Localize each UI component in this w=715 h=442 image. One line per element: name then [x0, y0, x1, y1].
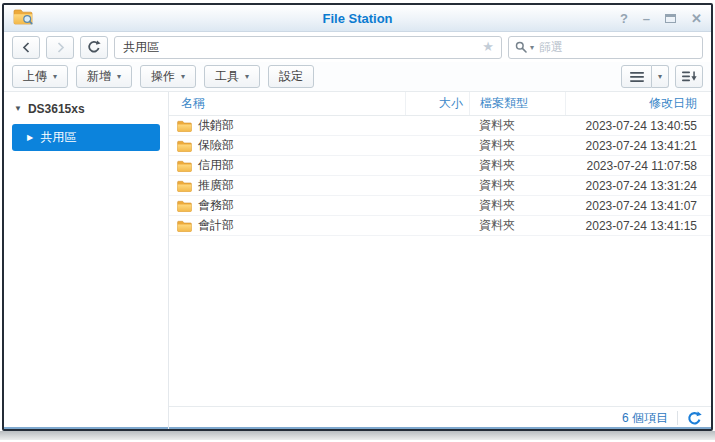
tree-expand-icon[interactable]: ▶ — [27, 134, 33, 142]
sidebar: ▼ DS3615xs ▶ 共用區 — [4, 92, 169, 429]
filter-search-input[interactable] — [537, 39, 696, 55]
content-area: ▼ DS3615xs ▶ 共用區 名稱 大小 檔案類型 修改日期 供銷部 — [4, 92, 711, 429]
caret-down-icon: ▾ — [658, 72, 662, 81]
maximize-icon[interactable] — [665, 12, 676, 25]
item-count: 6 個項目 — [622, 410, 668, 427]
file-modified: 2023-07-24 13:41:07 — [565, 196, 711, 215]
caret-down-icon: ▾ — [117, 72, 121, 81]
file-name: 保險部 — [198, 137, 234, 154]
view-mode-caret-button[interactable]: ▾ — [652, 65, 669, 88]
sort-icon — [682, 71, 697, 82]
file-modified: 2023-07-24 13:40:55 — [565, 116, 711, 135]
file-size — [405, 196, 469, 215]
search-icon — [515, 41, 527, 53]
sidebar-item-label: 共用區 — [40, 129, 76, 146]
back-button[interactable] — [12, 36, 40, 59]
file-station-app-icon — [13, 8, 33, 29]
column-header-modified[interactable]: 修改日期 — [565, 92, 711, 115]
sidebar-root-label: DS3615xs — [28, 102, 85, 116]
minimize-icon[interactable]: – — [643, 12, 650, 25]
upload-button[interactable]: 上傳 ▾ — [12, 65, 68, 88]
file-modified: 2023-07-24 11:07:58 — [565, 156, 711, 175]
column-header-name[interactable]: 名稱 — [169, 92, 405, 115]
refresh-icon — [687, 411, 702, 426]
divider — [677, 411, 678, 425]
tree-collapse-icon[interactable]: ▼ — [14, 105, 22, 113]
view-controls: ▾ — [621, 65, 703, 88]
path-input[interactable] — [114, 36, 502, 59]
refresh-list-button[interactable] — [687, 411, 702, 426]
file-type: 資料夾 — [469, 116, 565, 135]
file-size — [405, 216, 469, 235]
table-row[interactable]: 推廣部 資料夾 2023-07-24 13:31:24 — [169, 176, 711, 196]
sort-button[interactable] — [675, 65, 703, 88]
window-title: File Station — [4, 11, 711, 26]
refresh-icon — [87, 40, 101, 54]
chevron-left-icon — [22, 42, 31, 53]
path-field-wrap: ★ — [114, 36, 502, 59]
sidebar-root-ds3615xs[interactable]: ▼ DS3615xs — [4, 98, 168, 120]
table-row[interactable]: 會務部 資料夾 2023-07-24 13:41:07 — [169, 196, 711, 216]
file-type: 資料夾 — [469, 196, 565, 215]
folder-icon — [177, 180, 192, 192]
folder-icon — [177, 140, 192, 152]
file-size — [405, 176, 469, 195]
caret-down-icon: ▾ — [53, 72, 57, 81]
chevron-right-icon — [56, 42, 65, 53]
table-row[interactable]: 會計部 資料夾 2023-07-24 13:41:15 — [169, 216, 711, 236]
table-header: 名稱 大小 檔案類型 修改日期 — [169, 92, 711, 116]
settings-button[interactable]: 設定 — [268, 65, 314, 88]
file-type: 資料夾 — [469, 176, 565, 195]
status-bar: 6 個項目 — [169, 406, 711, 429]
window-controls: ? – ✕ — [620, 12, 702, 25]
file-list-panel: 名稱 大小 檔案類型 修改日期 供銷部 資料夾 2023-07-24 13:40… — [169, 92, 711, 429]
sidebar-item-shared-folder[interactable]: ▶ 共用區 — [12, 124, 160, 151]
folder-icon — [177, 120, 192, 132]
column-header-size[interactable]: 大小 — [405, 92, 469, 115]
help-icon[interactable]: ? — [620, 12, 628, 25]
table-row[interactable]: 保險部 資料夾 2023-07-24 13:41:21 — [169, 136, 711, 156]
file-name: 推廣部 — [198, 177, 234, 194]
search-options-caret-icon[interactable]: ▾ — [530, 43, 534, 52]
toolbar: 上傳 ▾ 新增 ▾ 操作 ▾ 工具 ▾ 設定 ▾ — [4, 62, 711, 92]
file-modified: 2023-07-24 13:41:15 — [565, 216, 711, 235]
file-modified: 2023-07-24 13:41:21 — [565, 136, 711, 155]
file-type: 資料夾 — [469, 136, 565, 155]
window-drop-shadow — [0, 431, 715, 440]
caret-down-icon: ▾ — [245, 72, 249, 81]
refresh-button[interactable] — [80, 36, 108, 59]
file-type: 資料夾 — [469, 156, 565, 175]
create-button[interactable]: 新增 ▾ — [76, 65, 132, 88]
search-box[interactable]: ▾ — [508, 36, 703, 59]
empty-area — [169, 236, 711, 406]
close-icon[interactable]: ✕ — [691, 12, 702, 25]
caret-down-icon: ▾ — [181, 72, 185, 81]
folder-icon — [177, 220, 192, 232]
file-size — [405, 116, 469, 135]
file-modified: 2023-07-24 13:31:24 — [565, 176, 711, 195]
folder-icon — [177, 160, 192, 172]
view-mode-button[interactable] — [621, 65, 652, 88]
file-size — [405, 156, 469, 175]
navigation-bar: ★ ▾ — [4, 32, 711, 62]
file-size — [405, 136, 469, 155]
file-name: 會務部 — [198, 197, 234, 214]
file-name: 會計部 — [198, 217, 234, 234]
titlebar: File Station ? – ✕ — [4, 5, 711, 32]
folder-icon — [177, 200, 192, 212]
file-station-window: File Station ? – ✕ ★ ▾ 上傳 — [2, 3, 713, 431]
file-type: 資料夾 — [469, 216, 565, 235]
favorite-star-icon[interactable]: ★ — [482, 40, 494, 53]
table-row[interactable]: 供銷部 資料夾 2023-07-24 13:40:55 — [169, 116, 711, 136]
forward-button[interactable] — [46, 36, 74, 59]
tools-button[interactable]: 工具 ▾ — [204, 65, 260, 88]
table-row[interactable]: 信用部 資料夾 2023-07-24 11:07:58 — [169, 156, 711, 176]
list-view-icon — [630, 72, 644, 82]
file-name: 供銷部 — [198, 117, 234, 134]
column-header-type[interactable]: 檔案類型 — [469, 92, 565, 115]
action-button[interactable]: 操作 ▾ — [140, 65, 196, 88]
file-name: 信用部 — [198, 157, 234, 174]
